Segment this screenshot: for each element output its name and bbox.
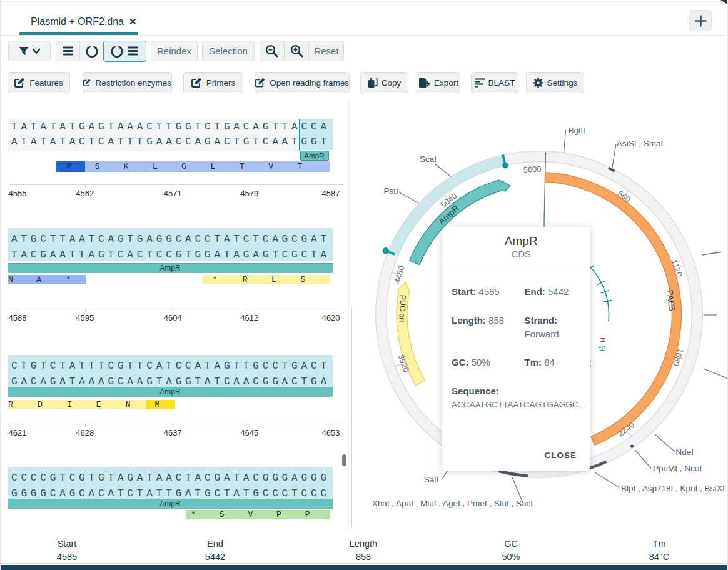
svg-text:XbaI , ApaI , MluI , AgeI , Pm: XbaI , ApaI , MluI , AgeI , PmeI , StuI … [372,499,533,508]
svg-text:PpuMI , NcoI: PpuMI , NcoI [653,464,702,473]
svg-text:BglII: BglII [569,126,585,135]
svg-text:PstI: PstI [384,186,398,196]
svg-text:4480: 4480 [392,264,406,284]
svg-text:BlpI , Asp718I , KpnI , BstXI: BlpI , Asp718I , KpnI , BstXI [621,484,725,493]
svg-text:AsiSI , SmaI: AsiSI , SmaI [617,139,663,148]
svg-text:ScaI: ScaI [420,154,437,164]
svg-text:NdeI: NdeI [676,448,694,457]
svg-text:PAC5: PAC5 [665,289,676,312]
svg-text:SalI: SalI [424,475,438,484]
svg-text:5600: 5600 [523,164,542,174]
svg-text:PUC ori: PUC ori [397,294,407,322]
